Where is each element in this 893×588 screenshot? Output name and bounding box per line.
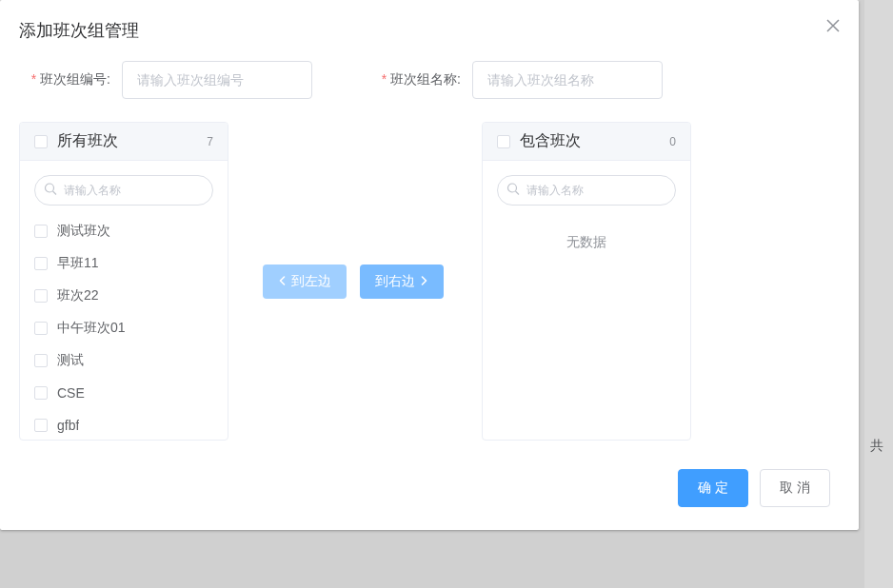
right-panel-header: 包含班次 0 — [483, 123, 690, 161]
confirm-button[interactable]: 确 定 — [678, 469, 748, 507]
form-item-name: 班次组名称: — [369, 61, 663, 99]
item-label: CSE — [57, 385, 85, 401]
close-icon — [826, 19, 840, 32]
left-panel-header: 所有班次 7 — [20, 123, 228, 161]
list-item[interactable]: 早班11 — [20, 247, 228, 280]
item-label: 测试班次 — [57, 223, 110, 240]
item-checkbox[interactable] — [34, 354, 48, 367]
right-panel-title: 包含班次 — [520, 131, 581, 151]
close-button[interactable] — [826, 19, 840, 35]
left-select-all-checkbox[interactable] — [34, 135, 48, 148]
transfer-left-panel: 所有班次 7 — [19, 122, 228, 441]
item-checkbox[interactable] — [34, 225, 48, 238]
code-label: 班次组编号: — [19, 71, 122, 88]
list-item[interactable]: 班次22 — [20, 280, 228, 312]
list-item[interactable]: 中午班次01 — [20, 312, 228, 344]
name-input[interactable] — [472, 61, 663, 99]
dialog-add-shift-group: 添加班次组管理 班次组编号: 班次组名称: 所有班次 — [0, 0, 859, 530]
left-header-left: 所有班次 — [34, 131, 118, 151]
name-label: 班次组名称: — [369, 71, 472, 88]
right-panel-count: 0 — [669, 135, 676, 148]
left-panel-body: 测试班次 早班11 班次22 中午班次01 — [20, 161, 228, 440]
left-search-wrapper — [20, 161, 228, 215]
right-select-all-checkbox[interactable] — [497, 135, 510, 148]
chevron-left-icon — [278, 275, 288, 288]
to-right-label: 到右边 — [375, 273, 415, 290]
right-header-left: 包含班次 — [497, 131, 581, 151]
to-right-button[interactable]: 到右边 — [360, 265, 444, 299]
list-item[interactable]: gfbf — [20, 409, 228, 440]
to-left-label: 到左边 — [291, 273, 331, 290]
item-checkbox[interactable] — [34, 257, 48, 270]
dialog-body: 班次组编号: 班次组名称: 所有班次 7 — [0, 51, 859, 460]
to-left-button[interactable]: 到左边 — [263, 265, 347, 299]
item-label: 中午班次01 — [57, 320, 126, 337]
item-checkbox[interactable] — [34, 289, 48, 303]
left-panel-list[interactable]: 测试班次 早班11 班次22 中午班次01 — [20, 215, 228, 440]
item-label: gfbf — [57, 418, 79, 433]
item-label: 早班11 — [57, 255, 99, 272]
list-item[interactable]: 测试 — [20, 344, 228, 377]
item-checkbox[interactable] — [34, 419, 48, 432]
right-panel-body: 无数据 — [483, 161, 690, 440]
form-row: 班次组编号: 班次组名称: — [19, 61, 840, 99]
dialog-footer: 确 定 取 消 — [0, 460, 859, 530]
dialog-header: 添加班次组管理 — [0, 0, 859, 51]
left-search-input[interactable] — [34, 175, 213, 206]
right-search-input[interactable] — [497, 175, 676, 206]
code-input[interactable] — [122, 61, 312, 99]
right-panel-empty: 无数据 — [483, 215, 690, 270]
transfer-right-panel: 包含班次 0 无数据 — [482, 122, 691, 441]
list-item[interactable]: CSE — [20, 377, 228, 409]
left-panel-title: 所有班次 — [57, 131, 118, 151]
item-checkbox[interactable] — [34, 322, 48, 335]
list-item[interactable]: 测试班次 — [20, 215, 228, 247]
form-item-code: 班次组编号: — [19, 61, 312, 99]
right-search-wrapper — [483, 161, 690, 215]
item-label: 测试 — [57, 352, 84, 369]
item-label: 班次22 — [57, 287, 99, 304]
dialog-title: 添加班次组管理 — [19, 19, 139, 42]
transfer: 所有班次 7 — [19, 122, 840, 441]
left-panel-count: 7 — [207, 135, 213, 148]
chevron-right-icon — [419, 275, 428, 288]
item-checkbox[interactable] — [34, 386, 48, 400]
transfer-buttons: 到左边 到右边 — [228, 265, 482, 299]
cancel-button[interactable]: 取 消 — [760, 469, 830, 507]
